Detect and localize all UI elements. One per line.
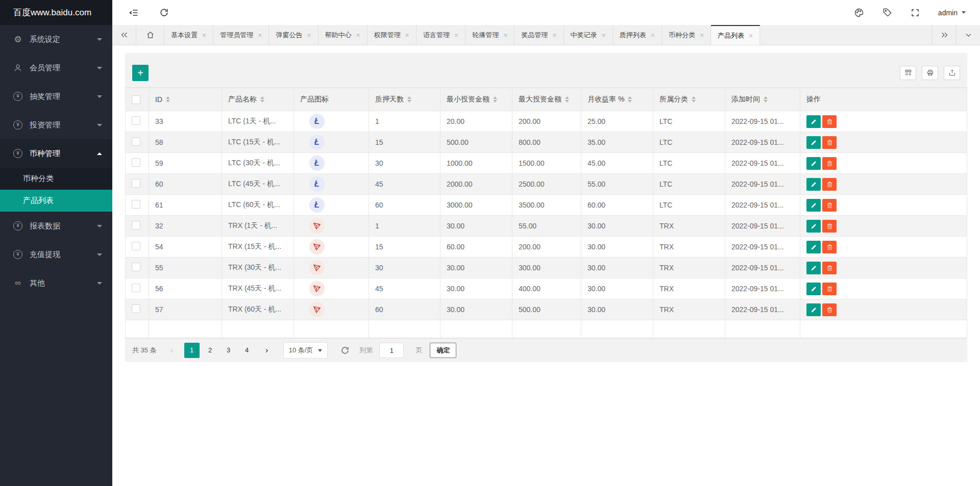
theme-palette-icon[interactable] bbox=[854, 8, 864, 18]
page-button-1[interactable]: 1 bbox=[184, 343, 200, 358]
sidebar-item-system-settings[interactable]: ⚙系统设定 bbox=[0, 25, 112, 54]
edit-button[interactable] bbox=[806, 262, 821, 274]
tab-pledge-list[interactable]: 质押列表× bbox=[613, 25, 662, 45]
close-icon[interactable]: × bbox=[503, 32, 507, 39]
tab-basic-settings[interactable]: 基本设置× bbox=[164, 25, 213, 45]
delete-button[interactable] bbox=[822, 283, 837, 295]
close-icon[interactable]: × bbox=[202, 32, 206, 39]
row-checkbox[interactable] bbox=[132, 179, 140, 188]
tabs-scroll-right-icon[interactable] bbox=[932, 25, 956, 45]
export-icon[interactable] bbox=[944, 66, 960, 80]
row-checkbox[interactable] bbox=[132, 242, 140, 250]
row-checkbox[interactable] bbox=[132, 263, 140, 271]
sort-icon[interactable] bbox=[628, 96, 632, 103]
delete-button[interactable] bbox=[822, 115, 837, 128]
table-refresh-icon[interactable] bbox=[340, 346, 350, 355]
tab-carousel-management[interactable]: 轮播管理× bbox=[465, 25, 514, 45]
empty-cell bbox=[222, 320, 294, 338]
delete-button[interactable] bbox=[822, 136, 837, 149]
sort-icon[interactable] bbox=[565, 96, 569, 103]
tabs-scroll-left-icon[interactable] bbox=[112, 25, 136, 45]
edit-button[interactable] bbox=[806, 115, 821, 128]
page-button-3[interactable]: 3 bbox=[221, 343, 236, 358]
delete-button[interactable] bbox=[822, 157, 837, 170]
close-icon[interactable]: × bbox=[552, 32, 556, 39]
page-button-4[interactable]: 4 bbox=[239, 343, 255, 358]
edit-button[interactable] bbox=[806, 199, 821, 212]
collapse-sidebar-icon[interactable] bbox=[129, 8, 139, 18]
sort-icon[interactable] bbox=[407, 96, 411, 103]
row-checkbox[interactable] bbox=[132, 116, 140, 125]
edit-button[interactable] bbox=[806, 220, 821, 233]
tab-coin-category[interactable]: 币种分类× bbox=[662, 25, 711, 45]
sort-icon[interactable] bbox=[260, 96, 264, 103]
sidebar-item-other[interactable]: ∞其他 bbox=[0, 269, 112, 297]
sort-icon[interactable] bbox=[166, 96, 170, 103]
tab-permission-management[interactable]: 权限管理× bbox=[368, 25, 416, 45]
sidebar-item-recharge-withdraw[interactable]: ¥充值提现 bbox=[0, 240, 112, 269]
delete-button[interactable] bbox=[822, 303, 837, 316]
tab-help-center[interactable]: 帮助中心× bbox=[318, 25, 368, 45]
sidebar-item-member-management[interactable]: 会员管理 bbox=[0, 54, 112, 82]
edit-button[interactable] bbox=[806, 283, 821, 295]
fullscreen-icon[interactable] bbox=[911, 8, 920, 17]
goto-page-input[interactable] bbox=[379, 343, 404, 358]
next-page-button[interactable]: › bbox=[259, 343, 275, 358]
user-menu[interactable]: admin bbox=[938, 9, 966, 17]
delete-button[interactable] bbox=[822, 220, 837, 233]
sidebar-item-coin-category[interactable]: 币种分类 bbox=[0, 168, 112, 190]
tab-popup-announcement[interactable]: 弹窗公告× bbox=[269, 25, 318, 45]
close-icon[interactable]: × bbox=[651, 32, 655, 39]
sidebar: 百度www.baidu.com ⚙系统设定会员管理¥抽奖管理¥投资管理¥币种管理… bbox=[0, 0, 112, 486]
sidebar-item-lottery-management[interactable]: ¥抽奖管理 bbox=[0, 82, 112, 111]
delete-button[interactable] bbox=[822, 262, 837, 274]
tab-product-list[interactable]: 产品列表× bbox=[711, 25, 760, 45]
sort-icon[interactable] bbox=[493, 96, 497, 103]
close-icon[interactable]: × bbox=[602, 32, 606, 39]
close-icon[interactable]: × bbox=[749, 32, 753, 39]
home-tab-icon[interactable] bbox=[136, 25, 164, 45]
row-checkbox[interactable] bbox=[132, 137, 140, 146]
confirm-page-button[interactable]: 确定 bbox=[430, 343, 456, 358]
cell-actions bbox=[800, 237, 967, 258]
edit-button[interactable] bbox=[806, 241, 821, 253]
close-icon[interactable]: × bbox=[454, 32, 458, 39]
row-checkbox[interactable] bbox=[132, 304, 140, 313]
sidebar-item-product-list[interactable]: 产品列表 bbox=[0, 190, 112, 212]
close-icon[interactable]: × bbox=[307, 32, 311, 39]
row-checkbox[interactable] bbox=[132, 221, 140, 229]
sidebar-item-report-data[interactable]: ¥报表数据 bbox=[0, 212, 112, 240]
sidebar-item-investment-management[interactable]: ¥投资管理 bbox=[0, 111, 112, 139]
close-icon[interactable]: × bbox=[405, 32, 409, 39]
printer-icon[interactable] bbox=[922, 66, 938, 80]
refresh-icon[interactable] bbox=[159, 8, 169, 17]
sort-icon[interactable] bbox=[692, 96, 696, 103]
row-checkbox[interactable] bbox=[132, 200, 140, 209]
edit-button[interactable] bbox=[806, 178, 821, 191]
add-button[interactable]: + bbox=[132, 65, 149, 81]
tab-winning-records[interactable]: 中奖记录× bbox=[564, 25, 613, 45]
tab-prize-management[interactable]: 奖品管理× bbox=[514, 25, 564, 45]
delete-button[interactable] bbox=[822, 241, 837, 253]
edit-button[interactable] bbox=[806, 157, 821, 170]
row-checkbox[interactable] bbox=[132, 284, 140, 292]
close-icon[interactable]: × bbox=[700, 32, 704, 39]
tag-icon[interactable] bbox=[883, 8, 892, 17]
sort-icon[interactable] bbox=[764, 96, 768, 103]
delete-button[interactable] bbox=[822, 199, 837, 212]
edit-button[interactable] bbox=[806, 136, 821, 149]
delete-button[interactable] bbox=[822, 178, 837, 191]
close-icon[interactable]: × bbox=[258, 32, 262, 39]
page-size-select[interactable]: 10 条/页 bbox=[283, 342, 328, 359]
sidebar-item-coin-management[interactable]: ¥币种管理 bbox=[0, 139, 112, 168]
edit-button[interactable] bbox=[806, 303, 821, 316]
page-button-2[interactable]: 2 bbox=[203, 343, 218, 358]
tabs-menu-icon[interactable] bbox=[956, 25, 980, 45]
close-icon[interactable]: × bbox=[356, 32, 360, 39]
select-all-checkbox[interactable] bbox=[132, 95, 140, 104]
prev-page-button[interactable]: ‹ bbox=[164, 343, 180, 358]
row-checkbox[interactable] bbox=[132, 158, 140, 167]
columns-icon[interactable] bbox=[900, 66, 916, 80]
tab-language-management[interactable]: 语言管理× bbox=[416, 25, 465, 45]
tab-admin-management[interactable]: 管理员管理× bbox=[213, 25, 269, 45]
